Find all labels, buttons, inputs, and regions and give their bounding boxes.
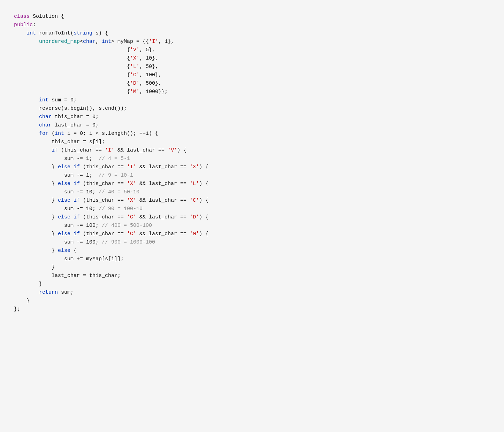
code-token: 'C' (127, 230, 136, 238)
code-token: } (14, 247, 58, 255)
code-line: {'D', 500}, (14, 79, 490, 88)
code-token (14, 29, 26, 38)
code-token: 'X' (130, 54, 139, 63)
code-token: // 4 = 5-1 (99, 155, 130, 163)
code-token: s) { (92, 29, 108, 38)
code-token: else if (58, 163, 80, 171)
code-token: } (14, 213, 58, 222)
code-token: 'C' (130, 71, 139, 79)
code-token: sum -= 1; (14, 171, 99, 180)
code-line: sum -= 1; // 4 = 5-1 (14, 155, 490, 163)
code-token: 'X' (190, 163, 199, 171)
code-token: && last_char == (136, 196, 190, 205)
code-line: sum -= 10; // 40 = 50-10 (14, 188, 490, 196)
code-token: ) { (199, 230, 208, 238)
code-line: sum -= 10; // 90 = 100-10 (14, 205, 490, 213)
code-token: int (55, 130, 64, 138)
code-line: last_char = this_char; (14, 272, 490, 280)
code-token: public (14, 21, 33, 29)
code-token: { (70, 247, 77, 255)
code-token: 'I' (105, 146, 114, 155)
code-token: else if (58, 230, 80, 238)
code-token: 'M' (190, 230, 199, 238)
code-token: (this_char == (80, 230, 127, 238)
code-token: for (39, 130, 48, 138)
code-token: , 50}, (139, 63, 158, 71)
code-token: romanToInt( (36, 29, 74, 38)
code-token: if (52, 146, 58, 155)
code-token: reverse(s.begin(), s.end()); (14, 105, 127, 113)
code-token: > myMap = {{ (111, 38, 149, 46)
code-token: ) { (199, 180, 208, 188)
code-token: sum = 0; (48, 96, 77, 105)
code-token: 'L' (130, 63, 139, 71)
code-token: (this_char == (58, 146, 105, 155)
code-line: } else { (14, 247, 490, 255)
code-line: } else if (this_char == 'C' && last_char… (14, 230, 490, 238)
code-token: 'L' (190, 180, 199, 188)
code-line: char this_char = 0; (14, 113, 490, 121)
code-token: , 5}, (139, 46, 155, 54)
code-token: 'D' (130, 79, 139, 88)
code-token: } (14, 196, 58, 205)
code-line: sum -= 100; // 900 = 1000-100 (14, 238, 490, 247)
code-token: sum -= 1; (14, 155, 99, 163)
code-token: { (14, 71, 130, 79)
code-token: ) { (199, 163, 208, 171)
code-line: } (14, 297, 490, 305)
code-token: int (39, 96, 48, 105)
code-line: } else if (this_char == 'X' && last_char… (14, 180, 490, 188)
code-token: && last_char == (114, 146, 168, 155)
code-line: reverse(s.begin(), s.end()); (14, 105, 490, 113)
code-token: char (39, 121, 52, 130)
code-token: , 100}, (139, 71, 161, 79)
code-block: class Solution {public: int romanToInt(s… (7, 7, 497, 319)
code-token: { (14, 63, 130, 71)
code-token: , 1}, (158, 38, 174, 46)
code-token: : (33, 21, 36, 29)
code-token: 'C' (190, 196, 199, 205)
code-token: char (39, 113, 52, 121)
code-token: else if (58, 196, 80, 205)
code-line: int sum = 0; (14, 96, 490, 105)
code-token: && last_char == (136, 213, 190, 222)
code-line: } (14, 280, 490, 288)
code-line: } else if (this_char == 'X' && last_char… (14, 196, 490, 205)
code-token: Solution { (33, 13, 64, 21)
code-line: {'M', 1000}}; (14, 88, 490, 96)
code-token: // 900 = 1000-100 (102, 238, 155, 247)
code-token: sum += myMap[s[i]]; (14, 255, 124, 263)
code-token: // 90 = 100-10 (99, 205, 143, 213)
code-token: sum; (58, 288, 74, 297)
code-line: int romanToInt(string s) { (14, 29, 490, 38)
code-token: int (26, 29, 36, 38)
code-token: } (14, 230, 58, 238)
code-line: sum -= 1; // 9 = 10-1 (14, 171, 490, 180)
code-line: }; (14, 305, 490, 314)
code-token: string (74, 29, 92, 38)
code-token (14, 96, 39, 105)
code-token: last_char = this_char; (14, 272, 121, 280)
code-token: this_char = 0; (52, 113, 99, 121)
code-token: (this_char == (80, 196, 127, 205)
code-token: (this_char == (80, 213, 127, 222)
code-token: && last_char == (136, 230, 190, 238)
code-token: } (14, 297, 30, 305)
code-line: } (14, 263, 490, 272)
code-line: if (this_char == 'I' && last_char == 'V'… (14, 146, 490, 155)
code-token: { (14, 88, 130, 96)
code-token: } (14, 180, 58, 188)
code-line: sum += myMap[s[i]]; (14, 255, 490, 263)
code-token: && last_char == (136, 180, 190, 188)
code-token: < (80, 38, 83, 46)
code-line: {'V', 5}, (14, 46, 490, 54)
code-token: sum -= 10; (14, 188, 99, 196)
code-token: char (83, 38, 96, 46)
code-token: 'D' (190, 213, 199, 222)
code-token: int (102, 38, 111, 46)
code-line: class Solution { (14, 13, 490, 21)
code-token: 'M' (130, 88, 139, 96)
code-line: {'L', 50}, (14, 63, 490, 71)
code-token: last_char = 0; (52, 121, 99, 130)
code-token: { (14, 54, 130, 63)
